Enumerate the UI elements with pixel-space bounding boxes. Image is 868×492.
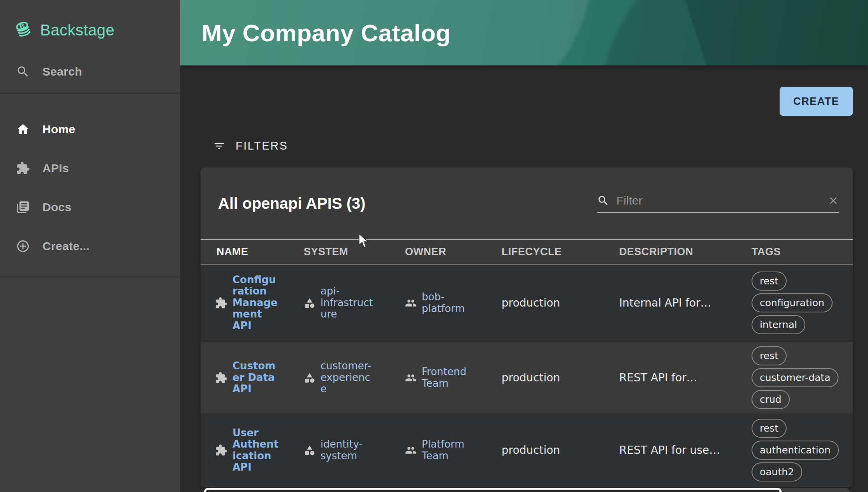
- tag-chip[interactable]: authentication: [752, 441, 839, 460]
- system-category-icon: [304, 372, 315, 384]
- sidebar-divider: [0, 93, 180, 93]
- column-header-tags[interactable]: TAGS: [752, 246, 853, 258]
- system-link[interactable]: identity-system: [320, 439, 377, 462]
- sidebar-divider: [0, 277, 180, 277]
- home-icon: [16, 122, 30, 136]
- tag-chip[interactable]: oauth2: [752, 462, 802, 481]
- backstage-logo-icon: B: [13, 19, 34, 41]
- tag-chip[interactable]: configuration: [752, 293, 833, 312]
- backstage-app: B Backstage Search Home: [0, 0, 868, 492]
- sidebar-item-label: Search: [42, 65, 82, 78]
- column-header-lifecycle[interactable]: LIFECYCLE: [502, 246, 619, 258]
- docs-icon: [16, 200, 30, 214]
- tag-chip[interactable]: rest: [752, 272, 787, 291]
- owner-group-icon: [405, 444, 417, 456]
- owner-group-icon: [405, 372, 417, 384]
- api-name-link[interactable]: Customer Data API: [232, 360, 281, 395]
- owner-link[interactable]: bob-platform: [422, 291, 469, 314]
- horizontal-scrollbar-track[interactable]: [204, 488, 849, 492]
- column-header-description[interactable]: DESCRIPTION: [619, 246, 752, 258]
- tag-chip[interactable]: customer-data: [752, 368, 838, 387]
- tag-chip[interactable]: internal: [752, 315, 805, 334]
- catalog-table-card: All openapi APIS (3) NAME SYSTEM OWNER L…: [201, 168, 853, 487]
- column-header-system[interactable]: SYSTEM: [304, 246, 405, 258]
- sidebar-nav: Search Home APIs Docs: [0, 54, 180, 277]
- puzzle-icon: [16, 161, 30, 175]
- table-row: Customer Data API customer-experience Fr…: [201, 341, 853, 414]
- table-row: User Authentication API identity-system …: [201, 414, 853, 486]
- api-puzzle-icon: [215, 372, 227, 384]
- lifecycle-text: production: [502, 371, 619, 384]
- owner-link[interactable]: Frontend Team: [422, 366, 469, 389]
- tag-chip[interactable]: rest: [752, 346, 787, 365]
- filters-toggle[interactable]: FILTERS: [201, 139, 302, 152]
- table-filter-field: [597, 194, 839, 213]
- tag-chip[interactable]: crud: [752, 390, 790, 409]
- lifecycle-text: production: [502, 296, 619, 309]
- description-text: REST API for…: [619, 371, 752, 384]
- page-title: My Company Catalog: [202, 19, 451, 47]
- search-icon: [597, 194, 609, 207]
- owner-group-icon: [405, 297, 417, 309]
- sidebar-item-label: Docs: [42, 201, 72, 214]
- tags-cell: rest configuration internal: [752, 267, 853, 339]
- filter-input[interactable]: [616, 194, 821, 208]
- main-area: My Company Catalog CREATE FILTERS All op…: [180, 0, 868, 492]
- content-area: CREATE FILTERS All openapi APIS (3): [180, 67, 868, 492]
- table-title: All openapi APIS (3): [218, 195, 366, 212]
- filter-list-icon: [213, 140, 225, 152]
- sidebar-item-label: APIs: [42, 162, 69, 175]
- system-category-icon: [304, 297, 315, 309]
- api-name-link[interactable]: Configuration Management API: [232, 274, 281, 332]
- owner-link[interactable]: Platform Team: [422, 439, 469, 462]
- system-link[interactable]: api-infrastructure: [320, 286, 377, 320]
- backstage-logo[interactable]: B Backstage: [0, 0, 180, 41]
- tags-cell: rest customer-data crud: [752, 342, 853, 414]
- sidebar-item-label: Create...: [42, 240, 90, 253]
- sidebar-item-search[interactable]: Search: [0, 54, 180, 90]
- lifecycle-text: production: [502, 444, 619, 457]
- sidebar-item-home[interactable]: Home: [0, 110, 180, 149]
- table-row: Configuration Management API api-infrast…: [201, 265, 853, 341]
- sidebar-item-create[interactable]: Create...: [0, 227, 180, 266]
- sidebar-item-label: Home: [42, 123, 76, 136]
- api-puzzle-icon: [215, 444, 227, 457]
- api-name-link[interactable]: User Authentication API: [232, 427, 281, 473]
- card-header: All openapi APIS (3): [201, 168, 853, 239]
- logo-text: Backstage: [40, 21, 114, 39]
- description-text: Internal API for…: [619, 296, 752, 309]
- tag-chip[interactable]: rest: [752, 419, 787, 438]
- search-icon: [16, 65, 30, 79]
- add-circle-icon: [16, 239, 30, 253]
- tags-cell: rest authentication oauth2: [752, 414, 853, 486]
- description-text: REST API for use…: [619, 444, 752, 457]
- create-button[interactable]: CREATE: [780, 87, 853, 116]
- catalog-table: NAME SYSTEM OWNER LIFECYCLE DESCRIPTION …: [201, 239, 853, 486]
- horizontal-scrollbar-thumb[interactable]: [204, 488, 782, 492]
- filters-label: FILTERS: [236, 139, 288, 152]
- clear-filter-icon[interactable]: [828, 195, 839, 206]
- sidebar-item-docs[interactable]: Docs: [0, 188, 180, 227]
- column-header-name[interactable]: NAME: [201, 246, 304, 258]
- sidebar: B Backstage Search Home: [0, 0, 180, 492]
- system-category-icon: [304, 444, 315, 456]
- actions-row: CREATE: [201, 87, 853, 116]
- api-puzzle-icon: [215, 297, 227, 309]
- sidebar-item-apis[interactable]: APIs: [0, 149, 180, 188]
- system-link[interactable]: customer-experience: [320, 360, 377, 395]
- column-header-owner[interactable]: OWNER: [405, 246, 502, 258]
- table-header-row: NAME SYSTEM OWNER LIFECYCLE DESCRIPTION …: [201, 239, 853, 265]
- page-header: My Company Catalog: [180, 0, 868, 65]
